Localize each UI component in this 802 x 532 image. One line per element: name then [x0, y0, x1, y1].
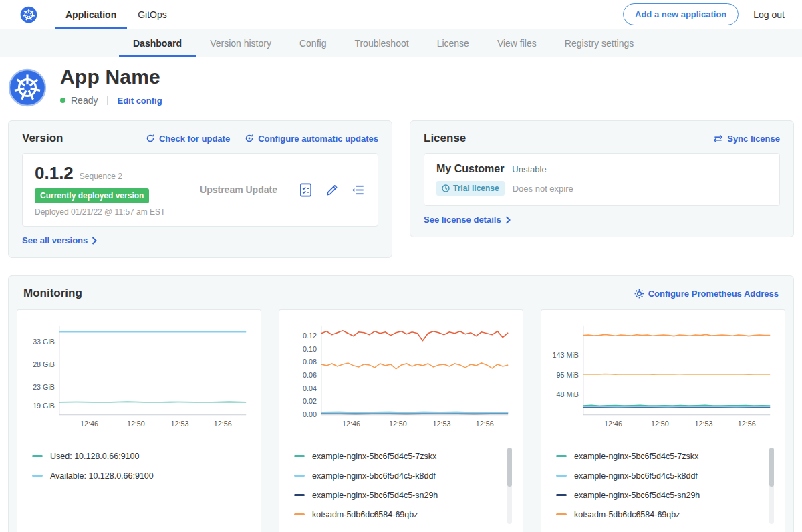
cpu-usage-chart: 0.120.100.080.060.040.020.0012:4612:5012…	[287, 318, 515, 440]
check-for-update-link[interactable]: Check for update	[146, 134, 230, 144]
tab-gitops[interactable]: GitOps	[127, 0, 178, 29]
config-pen-icon[interactable]	[325, 182, 339, 198]
configure-automatic-updates-link[interactable]: Configure automatic updates	[245, 134, 378, 144]
series-line	[583, 374, 770, 375]
legend-swatch	[556, 455, 567, 457]
deployed-badge: Currently deployed version	[35, 188, 149, 203]
cpu-usage-title: CPU Usage	[287, 524, 515, 532]
legend-scrollbar[interactable]	[507, 448, 512, 524]
svg-text:0.02: 0.02	[303, 397, 317, 405]
legend-label: Used: 10.128.0.66:9100	[50, 452, 139, 461]
legend-item: example-nginx-5bc6f5d4c5-7zskx	[556, 446, 777, 466]
refresh-icon	[146, 134, 155, 143]
legend-scrollbar-thumb[interactable]	[769, 448, 774, 487]
monitoring-card: Monitoring Configure Prometheus Address	[8, 275, 794, 532]
svg-text:33 GiB: 33 GiB	[33, 338, 55, 346]
legend-item: Available: 10.128.0.66:9100	[32, 466, 253, 485]
cpu-usage-legend: example-nginx-5bc6f5d4c5-7zskxexample-ng…	[287, 446, 515, 524]
legend-scrollbar-thumb[interactable]	[507, 448, 512, 487]
divider	[107, 96, 108, 105]
tab-dashboard[interactable]: Dashboard	[119, 29, 196, 57]
svg-text:12:50: 12:50	[389, 420, 407, 428]
version-card-title: Version	[22, 132, 63, 145]
legend-item: kotsadm-5db6dc6584-69qbz	[556, 505, 777, 524]
legend-item: kotsadm-5db6dc6584-69qbz	[294, 505, 515, 524]
chevron-right-icon	[92, 237, 97, 245]
tab-view-files[interactable]: View files	[483, 29, 551, 57]
memory-usage-panel: 143 MiB95 MiB48 MiB12:4612:5012:5312:56 …	[541, 309, 785, 532]
legend-item: example-nginx-5bc6f5d4c5-7zskx	[294, 446, 515, 466]
svg-text:12:50: 12:50	[127, 420, 145, 428]
monitoring-title: Monitoring	[23, 287, 82, 300]
legend-item: example-nginx-5bc6f5d4c5-sn29h	[556, 485, 777, 505]
svg-text:12:46: 12:46	[604, 420, 622, 428]
deployed-timestamp: Deployed 01/21/22 @ 11:57 am EST	[35, 207, 178, 217]
svg-text:12:53: 12:53	[171, 420, 189, 428]
sync-icon	[713, 134, 723, 143]
cards-row: Version Check for update Configure au	[0, 118, 802, 258]
legend-swatch	[556, 475, 567, 477]
tab-version-history[interactable]: Version history	[196, 29, 285, 57]
tab-license[interactable]: License	[423, 29, 483, 57]
legend-swatch	[294, 455, 305, 457]
legend-label: example-nginx-5bc6f5d4c5-7zskx	[312, 452, 436, 461]
page-title: App Name	[60, 65, 162, 88]
svg-text:95 MiB: 95 MiB	[557, 371, 579, 379]
svg-text:12:56: 12:56	[214, 420, 232, 428]
legend-label: kotsadm-5db6dc6584-69qbz	[574, 510, 680, 519]
logout-link[interactable]: Log out	[753, 9, 785, 20]
disk-usage-title: Disk Usage	[25, 524, 253, 532]
tab-troubleshoot[interactable]: Troubleshoot	[340, 29, 422, 57]
tab-registry-settings[interactable]: Registry settings	[551, 29, 648, 57]
legend-scrollbar[interactable]	[769, 448, 774, 524]
gear-icon	[634, 289, 644, 299]
add-application-button[interactable]: Add a new application	[623, 3, 739, 25]
tab-config[interactable]: Config	[285, 29, 340, 57]
navbar-tabs: Application GitOps	[55, 0, 178, 29]
svg-text:23 GiB: 23 GiB	[33, 383, 55, 391]
chart-canvas: 0.120.100.080.060.040.020.0012:4612:5012…	[287, 318, 515, 440]
series-line	[321, 331, 508, 341]
memory-usage-chart: 143 MiB95 MiB48 MiB12:4612:5012:5312:56	[549, 318, 777, 440]
svg-text:0.00: 0.00	[303, 410, 317, 418]
memory-usage-title: Memory Usage	[549, 524, 777, 532]
release-notes-icon[interactable]	[351, 182, 366, 198]
legend-item: example-nginx-5bc6f5d4c5-sn29h	[294, 485, 515, 505]
chart-canvas: 143 MiB95 MiB48 MiB12:4612:5012:5312:56	[549, 318, 777, 440]
kubernetes-logo-icon	[20, 6, 37, 23]
auto-update-icon	[245, 134, 254, 143]
clock-icon	[442, 184, 450, 192]
legend-swatch	[294, 494, 305, 496]
edit-config-link[interactable]: Edit config	[117, 96, 162, 106]
legend-label: Available: 10.128.0.66:9100	[50, 471, 154, 481]
legend-swatch	[556, 513, 567, 515]
configure-prometheus-link[interactable]: Configure Prometheus Address	[634, 289, 779, 299]
tab-application[interactable]: Application	[55, 0, 127, 29]
preflight-checks-icon[interactable]	[299, 182, 313, 198]
legend-label: kotsadm-5db6dc6584-69qbz	[312, 510, 418, 519]
status-dot-icon	[60, 98, 65, 103]
see-all-versions-link[interactable]: See all versions	[22, 235, 97, 245]
version-card: Version Check for update Configure au	[8, 120, 392, 258]
svg-text:143 MiB: 143 MiB	[553, 351, 579, 359]
legend-swatch	[294, 475, 305, 477]
see-license-details-link[interactable]: See license details	[424, 215, 511, 225]
app-header: App Name Ready Edit config	[0, 57, 802, 118]
svg-text:0.12: 0.12	[303, 331, 317, 340]
svg-text:19 GiB: 19 GiB	[33, 402, 55, 410]
legend-label: example-nginx-5bc6f5d4c5-k8ddf	[312, 471, 436, 481]
app-logo-icon	[8, 68, 47, 107]
sync-license-link[interactable]: Sync license	[713, 134, 780, 144]
channel-name: Unstable	[512, 164, 546, 174]
svg-text:0.06: 0.06	[303, 371, 317, 379]
chart-canvas: 33 GiB28 GiB23 GiB19 GiB12:4612:5012:531…	[25, 318, 253, 440]
svg-text:12:56: 12:56	[476, 420, 494, 428]
svg-text:0.04: 0.04	[303, 384, 317, 392]
chevron-right-icon	[505, 216, 511, 224]
legend-swatch	[556, 494, 567, 496]
current-version-box: 0.1.2 Sequence 2 Currently deployed vers…	[22, 153, 378, 227]
legend-label: example-nginx-5bc6f5d4c5-sn29h	[312, 491, 438, 500]
legend-label: example-nginx-5bc6f5d4c5-7zskx	[574, 452, 698, 461]
svg-text:12:53: 12:53	[695, 420, 713, 428]
legend-label: example-nginx-5bc6f5d4c5-sn29h	[574, 491, 700, 500]
